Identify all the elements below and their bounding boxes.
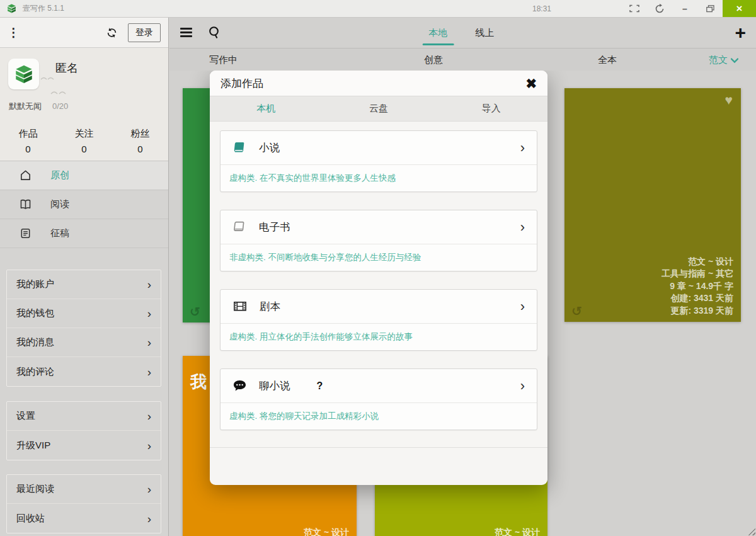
sync-button[interactable] bbox=[106, 27, 118, 38]
title-bar: 壹写作 5.1.1 18:31 – × bbox=[0, 0, 756, 18]
avatar-logo-icon bbox=[13, 64, 35, 85]
tab-local-machine[interactable]: 本机 bbox=[210, 96, 323, 121]
restore-button[interactable] bbox=[697, 0, 723, 17]
document-icon bbox=[19, 227, 32, 240]
login-button[interactable]: 登录 bbox=[128, 23, 161, 42]
work-type-ebook[interactable]: 电子书 › 非虚构类. 不间断地收集与分享您的人生经历与经验 bbox=[220, 210, 537, 271]
close-icon[interactable]: ✖ bbox=[525, 77, 537, 90]
tab-import[interactable]: 导入 bbox=[435, 96, 547, 121]
window-title: 壹写作 5.1.1 bbox=[23, 3, 64, 14]
work-meta: 范文 ~ 设计 bbox=[304, 527, 349, 536]
work-type-description: 虚构类. 在不真实的世界里体验更多人生快感 bbox=[220, 165, 537, 191]
works-grid: ↺ ♥ 范文 ~ 设计 工具与指南 ~ 其它 9 章 ~ 14.9千 字 创建:… bbox=[169, 71, 756, 536]
main-area: 本地 线上 + 写作中 创意 全本 范文 ↺ ♥ 范文 ~ 设计 工具与指南 ~… bbox=[169, 18, 756, 536]
work-type-novel[interactable]: 小说 › 虚构类. 在不真实的世界里体验更多人生快感 bbox=[220, 130, 537, 192]
filter-writing[interactable]: 写作中 bbox=[209, 54, 238, 66]
sidebar-group-recent: 最近阅读 › 回收站 › bbox=[6, 474, 161, 533]
stat-following[interactable]: 关注 0 bbox=[56, 128, 112, 154]
chevron-down-icon bbox=[731, 58, 738, 63]
chevron-right-icon: › bbox=[147, 410, 151, 422]
open-book-icon bbox=[19, 198, 32, 211]
chevron-right-icon: › bbox=[147, 483, 151, 495]
work-type-script[interactable]: 剧本 › 虚构类. 用立体化的手法创作能够立体展示的故事 bbox=[220, 289, 537, 351]
film-strip-icon bbox=[232, 299, 248, 314]
avatar[interactable] bbox=[8, 59, 39, 89]
work-card-olive[interactable]: ♥ 范文 ~ 设计 工具与指南 ~ 其它 9 章 ~ 14.9千 字 创建: 3… bbox=[564, 88, 741, 322]
help-icon[interactable]: ? bbox=[317, 380, 323, 392]
work-title: 我 bbox=[190, 371, 207, 393]
chevron-right-icon: › bbox=[147, 336, 151, 348]
kebab-menu-icon[interactable]: ⋮ bbox=[8, 26, 20, 38]
search-icon bbox=[207, 25, 221, 40]
sidebar-item-my-account[interactable]: 我的账户 › bbox=[7, 270, 161, 299]
dialog-header: 添加作品 ✖ bbox=[210, 71, 547, 96]
chevron-right-icon: › bbox=[147, 278, 151, 290]
work-type-chat-novel[interactable]: 聊小说 ? › 虚构类. 将您的聊天记录加工成精彩小说 bbox=[220, 368, 537, 430]
chevron-right-icon: › bbox=[147, 307, 151, 319]
restore-icon bbox=[706, 5, 714, 13]
sidebar-item-my-messages[interactable]: 我的消息 › bbox=[7, 328, 161, 357]
profile-stats: 作品 0 关注 0 粉丝 0 bbox=[0, 128, 168, 154]
stat-fans[interactable]: 粉丝 0 bbox=[112, 128, 168, 154]
reload-icon bbox=[655, 4, 665, 14]
sidebar-item-my-wallet[interactable]: 我的钱包 › bbox=[7, 299, 161, 328]
sidebar-item-submission[interactable]: 征稿 bbox=[0, 219, 168, 248]
home-icon bbox=[19, 169, 32, 182]
level-row: 默默无闻0/20 bbox=[9, 101, 68, 112]
sync-icon bbox=[106, 27, 118, 38]
search-button[interactable] bbox=[207, 25, 221, 40]
chevron-right-icon: › bbox=[520, 220, 525, 234]
sidebar-item-original[interactable]: 原创 bbox=[0, 161, 168, 190]
sort-label: 范文 bbox=[709, 54, 728, 66]
fullscreen-icon bbox=[629, 4, 639, 13]
history-icon: ↺ bbox=[190, 304, 200, 319]
sidebar-item-recent-reading[interactable]: 最近阅读 › bbox=[7, 475, 161, 504]
bird-decoration-icon bbox=[50, 89, 67, 95]
app-logo-icon bbox=[6, 3, 17, 14]
add-work-dialog: 添加作品 ✖ 本机 云盘 导入 小说 › 虚构类. 在不真实的世 bbox=[210, 71, 547, 485]
work-type-description: 非虚构类. 不间断地收集与分享您的人生经历与经验 bbox=[220, 244, 537, 271]
hamburger-menu-icon[interactable] bbox=[180, 28, 192, 40]
tab-online[interactable]: 线上 bbox=[471, 18, 498, 48]
favorite-heart-icon[interactable]: ♥ bbox=[725, 93, 733, 108]
dialog-footer-divider bbox=[210, 447, 547, 448]
ebook-icon bbox=[232, 220, 247, 234]
sidebar-group-account: 我的账户 › 我的钱包 › 我的消息 › 我的评论 › bbox=[6, 270, 161, 387]
dialog-title: 添加作品 bbox=[220, 76, 263, 91]
level-label: 默默无闻 bbox=[9, 101, 42, 111]
chevron-right-icon: › bbox=[147, 440, 151, 452]
chevron-right-icon: › bbox=[147, 513, 151, 525]
fullscreen-button[interactable] bbox=[622, 0, 647, 17]
chevron-right-icon: › bbox=[520, 141, 525, 155]
chat-bubble-icon bbox=[232, 379, 247, 392]
sidebar-item-my-comments[interactable]: 我的评论 › bbox=[7, 357, 161, 386]
bird-decoration-icon bbox=[40, 76, 54, 81]
username: 匿名 bbox=[55, 60, 78, 76]
chevron-right-icon: › bbox=[520, 300, 525, 314]
work-meta: 范文 ~ 设计 工具与指南 ~ 其它 9 章 ~ 14.9千 字 创建: 343… bbox=[662, 256, 733, 317]
tab-local[interactable]: 本地 bbox=[425, 18, 451, 48]
sort-dropdown[interactable]: 范文 bbox=[709, 54, 738, 66]
sidebar-item-upgrade-vip[interactable]: 升级VIP › bbox=[7, 431, 161, 460]
stat-works[interactable]: 作品 0 bbox=[0, 128, 56, 154]
reload-button[interactable] bbox=[647, 0, 672, 17]
sidebar-group-settings: 设置 › 升级VIP › bbox=[6, 401, 161, 460]
work-type-description: 虚构类. 将您的聊天记录加工成精彩小说 bbox=[220, 403, 537, 430]
work-meta: 范文 ~ 设计 bbox=[495, 527, 540, 536]
close-button[interactable]: × bbox=[723, 0, 756, 17]
filter-complete[interactable]: 全本 bbox=[598, 54, 617, 66]
tab-cloud-drive[interactable]: 云盘 bbox=[323, 96, 435, 121]
sidebar-item-recycle-bin[interactable]: 回收站 › bbox=[7, 504, 161, 533]
level-progress: 0/20 bbox=[52, 101, 68, 111]
minimize-button[interactable]: – bbox=[672, 0, 697, 17]
sidebar-toolbar: ⋮ 登录 bbox=[0, 18, 168, 48]
sidebar: ⋮ 登录 匿名 默默无 bbox=[0, 18, 169, 536]
sidebar-item-settings[interactable]: 设置 › bbox=[7, 402, 161, 431]
filter-bar: 写作中 创意 全本 范文 bbox=[169, 48, 756, 71]
main-toolbar: 本地 线上 + bbox=[169, 18, 756, 48]
add-work-button[interactable]: + bbox=[735, 21, 746, 44]
main-tabs: 本地 线上 bbox=[425, 18, 498, 48]
history-icon: ↺ bbox=[571, 304, 582, 319]
filter-idea[interactable]: 创意 bbox=[424, 54, 443, 66]
sidebar-item-reading[interactable]: 阅读 bbox=[0, 190, 168, 219]
